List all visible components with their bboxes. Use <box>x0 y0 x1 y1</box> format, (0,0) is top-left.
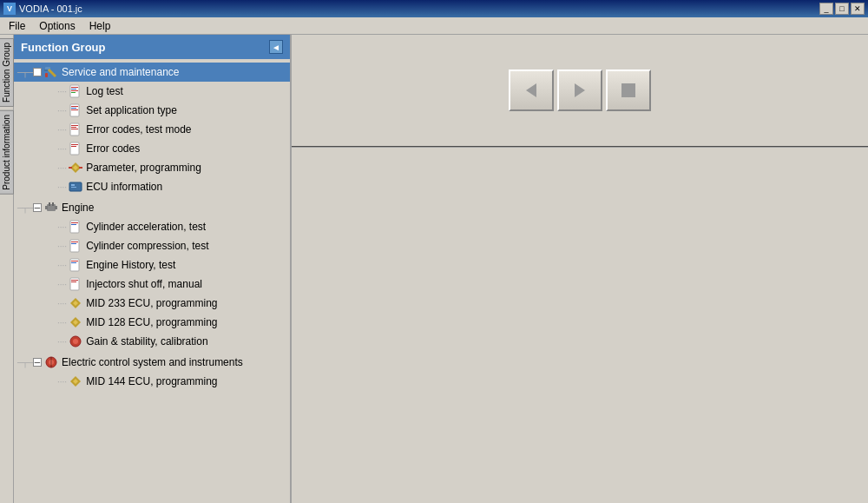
tree-item-ecu-info[interactable]: ···· ECU information <box>14 177 290 196</box>
mid144-icon <box>69 374 82 388</box>
svg-rect-19 <box>71 146 76 147</box>
svg-rect-52 <box>50 357 52 367</box>
error-test-label: Error codes, test mode <box>86 123 191 136</box>
content-area <box>292 35 868 503</box>
tree-container: ─┬─ ─ Service and maintenance ···· <box>14 59 290 503</box>
set-app-icon <box>69 103 82 117</box>
tree-line-2: ─┬─ <box>17 203 33 213</box>
log-test-icon <box>69 84 82 98</box>
svg-rect-18 <box>71 144 78 145</box>
menu-bar: File Options Help <box>0 17 868 35</box>
tree-item-mid128[interactable]: ···· MID 128 ECU, programming <box>14 313 290 332</box>
log-test-label: Log test <box>86 85 123 97</box>
svg-rect-39 <box>71 261 78 261</box>
tree-item-gain-stability[interactable]: ···· Gain & stability, calibration <box>14 332 290 351</box>
menu-help[interactable]: Help <box>82 18 118 34</box>
svg-rect-30 <box>45 206 48 209</box>
content-main <box>292 148 868 503</box>
title-bar: V VODIA - 001.jc _ □ ✕ <box>0 0 868 17</box>
tree-item-injectors[interactable]: ···· Injectors shut off, manual <box>14 275 290 294</box>
side-tab-function-group[interactable]: Function Group <box>0 38 14 107</box>
cyl-accel-label: Cylinder acceleration, test <box>86 221 206 233</box>
expand-service[interactable]: ─ <box>33 68 42 76</box>
gain-stability-label: Gain & stability, calibration <box>86 335 208 347</box>
svg-rect-57 <box>621 83 635 97</box>
back-icon <box>521 80 542 101</box>
tree-item-mid233[interactable]: ···· MID 233 ECU, programming <box>14 294 290 313</box>
tree-item-param-prog[interactable]: ···· Parameter, programming <box>14 158 290 177</box>
title-bar-controls[interactable]: _ □ ✕ <box>819 3 865 15</box>
service-label: Service and maintenance <box>62 66 179 78</box>
svg-rect-15 <box>71 127 76 128</box>
param-prog-icon <box>69 161 82 175</box>
svg-marker-2 <box>48 69 56 77</box>
engine-label: Engine <box>62 202 94 214</box>
tree-item-engine-history[interactable]: ···· Engine History, test <box>14 255 290 275</box>
gain-stability-icon <box>69 334 82 348</box>
stop-icon <box>618 80 639 101</box>
menu-file[interactable]: File <box>2 18 32 34</box>
svg-rect-34 <box>71 224 76 225</box>
tree-group-electric[interactable]: ─┬─ ─ Electric control system and instru… <box>14 353 290 372</box>
svg-rect-7 <box>71 90 78 91</box>
play-button[interactable] <box>557 69 602 111</box>
menu-options[interactable]: Options <box>32 18 82 34</box>
stop-button[interactable] <box>606 69 651 111</box>
mid233-icon <box>69 296 82 310</box>
tree-item-error-test[interactable]: ···· Error codes, test mode <box>14 120 290 139</box>
svg-rect-10 <box>71 106 78 107</box>
tree-item-error-codes[interactable]: ···· Error codes <box>14 139 290 158</box>
cyl-compress-icon <box>69 239 82 253</box>
tree-item-cyl-compress[interactable]: ···· Cylinder compression, test <box>14 236 290 255</box>
svg-rect-25 <box>71 184 75 186</box>
svg-rect-11 <box>71 108 76 109</box>
tree-item-log-test[interactable]: ···· Log test <box>14 82 290 101</box>
side-tab-product-info[interactable]: Product information <box>0 110 14 195</box>
engine-history-icon <box>69 258 82 272</box>
app-icon: V <box>3 3 16 15</box>
tree-group-service[interactable]: ─┬─ ─ Service and maintenance <box>14 63 290 82</box>
tree-item-set-app-type[interactable]: ···· Set application type <box>14 101 290 120</box>
svg-rect-14 <box>71 125 78 126</box>
electric-label: Electric control system and instruments <box>62 356 243 368</box>
play-icon <box>569 80 590 101</box>
svg-rect-43 <box>71 281 76 282</box>
toolbar-area <box>292 35 868 148</box>
svg-rect-29 <box>52 202 54 206</box>
svg-rect-31 <box>55 206 57 209</box>
tree-item-mid144[interactable]: ···· MID 144 ECU, programming <box>14 372 290 391</box>
electric-icon <box>44 355 58 369</box>
svg-rect-12 <box>71 109 78 110</box>
engine-icon <box>44 201 58 215</box>
tree-item-cyl-accel[interactable]: ···· Cylinder acceleration, test <box>14 217 290 236</box>
expand-engine[interactable]: ─ <box>33 203 42 212</box>
tree-group-engine[interactable]: ─┬─ ─ Engine <box>14 198 290 217</box>
svg-rect-1 <box>44 69 48 71</box>
minimize-button[interactable]: _ <box>819 3 833 15</box>
svg-marker-55 <box>526 83 536 97</box>
expand-electric[interactable]: ─ <box>33 358 42 367</box>
title-bar-left: V VODIA - 001.jc <box>3 3 82 15</box>
title-bar-text: VODIA - 001.jc <box>19 3 82 14</box>
svg-rect-3 <box>45 73 48 77</box>
set-app-label: Set application type <box>86 104 177 116</box>
cyl-compress-label: Cylinder compression, test <box>86 240 208 252</box>
mid128-label: MID 128 ECU, programming <box>86 316 217 328</box>
panel-collapse-button[interactable]: ◄ <box>269 40 283 54</box>
cyl-accel-icon <box>69 220 82 234</box>
error-codes-label: Error codes <box>86 142 140 155</box>
ecu-info-icon <box>69 180 82 194</box>
side-tabs: Function Group Product information <box>0 35 14 503</box>
tree-line-1: ─┬─ <box>17 68 33 77</box>
svg-rect-26 <box>71 187 76 188</box>
svg-rect-22 <box>69 167 72 169</box>
svg-rect-5 <box>71 87 78 88</box>
engine-history-label: Engine History, test <box>86 259 175 271</box>
function-group-panel: Function Group ◄ ─┬─ ─ Service and maint… <box>14 35 292 503</box>
panel-header: Function Group ◄ <box>14 35 290 59</box>
back-button[interactable] <box>509 69 554 111</box>
mid144-label: MID 144 ECU, programming <box>86 375 217 387</box>
maximize-button[interactable]: □ <box>835 3 849 15</box>
close-button[interactable]: ✕ <box>851 3 865 15</box>
svg-rect-40 <box>71 262 76 263</box>
